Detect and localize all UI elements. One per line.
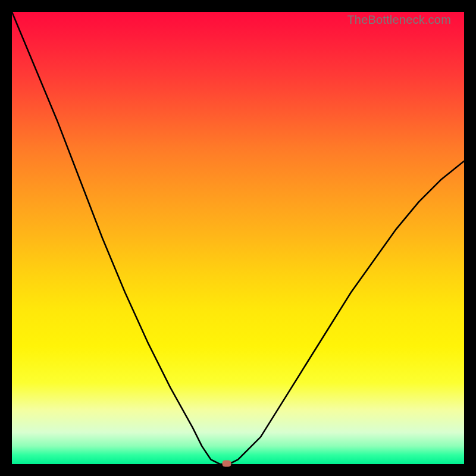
chart-frame: TheBottleneck.com (0, 0, 476, 476)
bottleneck-curve (12, 12, 464, 464)
watermark-text: TheBottleneck.com (347, 13, 451, 27)
plot-area: TheBottleneck.com (12, 12, 464, 464)
optimum-marker (223, 461, 231, 466)
curve-path (12, 12, 464, 464)
